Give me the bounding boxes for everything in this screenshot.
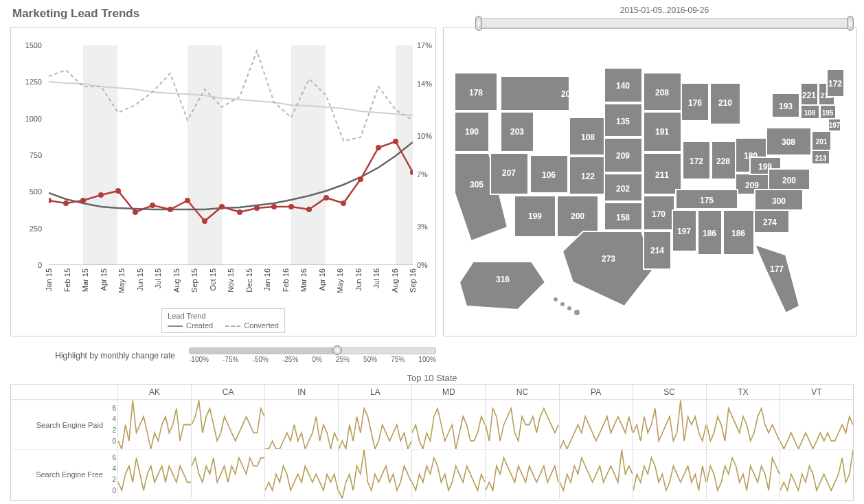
svg-text:210: 210 [718, 98, 732, 108]
svg-point-7 [80, 198, 86, 203]
svg-marker-121 [459, 262, 545, 310]
svg-text:208: 208 [655, 88, 669, 98]
svg-text:207: 207 [502, 168, 516, 178]
svg-text:274: 274 [763, 218, 777, 227]
sparkline-cell[interactable] [633, 400, 706, 449]
svg-point-12 [168, 207, 173, 212]
svg-text:202: 202 [561, 89, 575, 99]
x-tick: Apr 16 [318, 268, 326, 290]
x-tick: May 15 [117, 268, 126, 293]
svg-point-123 [554, 297, 558, 301]
svg-text:211: 211 [655, 170, 669, 180]
svg-text:200: 200 [571, 211, 584, 221]
sparkline-cell[interactable] [633, 449, 706, 499]
x-tick: Aug 16 [391, 268, 399, 293]
x-tick: Jun 15 [136, 268, 144, 291]
svg-point-21 [323, 195, 329, 201]
x-tick: Jul 15 [154, 268, 162, 288]
sparkline-cell[interactable] [706, 400, 780, 449]
sparkline-cell[interactable] [117, 400, 191, 449]
sparkline-cell[interactable] [780, 400, 853, 449]
svg-text:221: 221 [802, 91, 816, 100]
sparkline-cell[interactable] [117, 449, 191, 499]
sm-column-header: TX [706, 385, 780, 399]
svg-point-9 [115, 188, 121, 194]
x-tick: Jun 16 [354, 268, 363, 291]
x-tick: Oct 15 [209, 268, 217, 290]
svg-rect-29 [501, 76, 569, 111]
sparkline-cell[interactable] [485, 449, 558, 499]
x-tick: Jan 15 [45, 268, 53, 291]
x-tick: Aug 15 [172, 268, 181, 293]
sm-column-header: LA [338, 385, 411, 399]
small-multiples[interactable]: AKCAINLAMDNCPASCTXVT Search Engine Paid6… [10, 384, 854, 501]
svg-point-16 [237, 209, 242, 215]
sparkline-cell[interactable] [264, 449, 338, 499]
svg-text:106: 106 [542, 170, 556, 180]
legend-converted: Converted [244, 321, 279, 330]
sparkline-cell[interactable] [411, 400, 485, 449]
sparkline-cell[interactable] [264, 400, 338, 449]
svg-text:214: 214 [650, 246, 664, 255]
highlight-tick: 0% [312, 356, 321, 363]
svg-point-8 [98, 192, 104, 198]
sparkline-cell[interactable] [338, 400, 411, 449]
svg-text:193: 193 [779, 102, 793, 111]
svg-text:191: 191 [655, 127, 669, 137]
date-range-slider[interactable]: 2015-01-05..2016-09-26 [477, 5, 852, 29]
svg-point-125 [567, 306, 571, 310]
svg-text:199: 199 [528, 211, 542, 221]
sparkline-cell[interactable] [338, 449, 411, 499]
svg-rect-1 [187, 45, 222, 265]
sm-column-header: AK [117, 385, 191, 399]
highlight-tick: 50% [363, 356, 377, 363]
top10-title: Top 10 State [407, 373, 457, 383]
svg-point-14 [202, 218, 207, 224]
sparkline-cell[interactable] [706, 449, 780, 499]
highlight-slider-knob[interactable] [332, 345, 342, 355]
legend-title: Lead Trend [168, 312, 279, 320]
sparkline-cell[interactable] [780, 449, 853, 499]
svg-point-126 [574, 310, 580, 315]
x-tick: Nov 15 [227, 268, 235, 293]
lead-trends-chart[interactable]: 1500 1250 1000 750 500 250 0 17% 14% 10%… [10, 27, 436, 336]
highlight-slider[interactable]: -100%-75%-50%-25%0%25%50%75%100% [189, 347, 436, 363]
sparkline-cell[interactable] [559, 400, 633, 449]
svg-point-18 [271, 204, 277, 209]
svg-point-24 [376, 145, 381, 150]
svg-point-13 [185, 198, 190, 203]
highlight-tick: 75% [391, 356, 405, 363]
sparkline-cell[interactable] [559, 449, 633, 499]
highlight-tick: -25% [282, 356, 298, 363]
sparkline-cell[interactable] [191, 400, 264, 449]
page-title: Marketing Lead Trends [12, 7, 139, 21]
sm-column-header: IN [264, 385, 338, 399]
svg-text:122: 122 [581, 172, 595, 181]
svg-text:209: 209 [745, 181, 759, 190]
us-map[interactable]: 178 202 140 208 176 210 193 221 213 172 … [443, 27, 857, 336]
svg-point-25 [393, 139, 398, 144]
us-map-svg[interactable]: 178 202 140 208 176 210 193 221 213 172 … [449, 35, 851, 323]
svg-text:273: 273 [602, 254, 615, 264]
sparkline-cell[interactable] [485, 400, 558, 449]
highlight-tick: -100% [189, 356, 209, 363]
svg-marker-109 [562, 231, 654, 306]
svg-text:108: 108 [581, 133, 595, 142]
highlight-tick: 100% [418, 356, 436, 363]
sparkline-cell[interactable] [411, 449, 485, 499]
sparkline-cell[interactable] [191, 449, 264, 499]
svg-text:201: 201 [816, 138, 828, 146]
svg-text:172: 172 [828, 79, 842, 89]
svg-text:203: 203 [510, 127, 524, 137]
x-tick: Sep 16 [409, 268, 417, 293]
svg-point-23 [358, 176, 363, 182]
x-tick: Jan 16 [263, 268, 271, 291]
svg-text:186: 186 [703, 229, 716, 238]
chart-plot-area [49, 45, 413, 265]
svg-text:186: 186 [731, 229, 745, 238]
svg-text:308: 308 [782, 137, 795, 147]
svg-text:190: 190 [465, 127, 479, 137]
date-range-label: 2015-01-05..2016-09-26 [477, 5, 852, 15]
legend: Lead Trend Created Converted [161, 308, 285, 333]
svg-point-17 [254, 205, 260, 211]
